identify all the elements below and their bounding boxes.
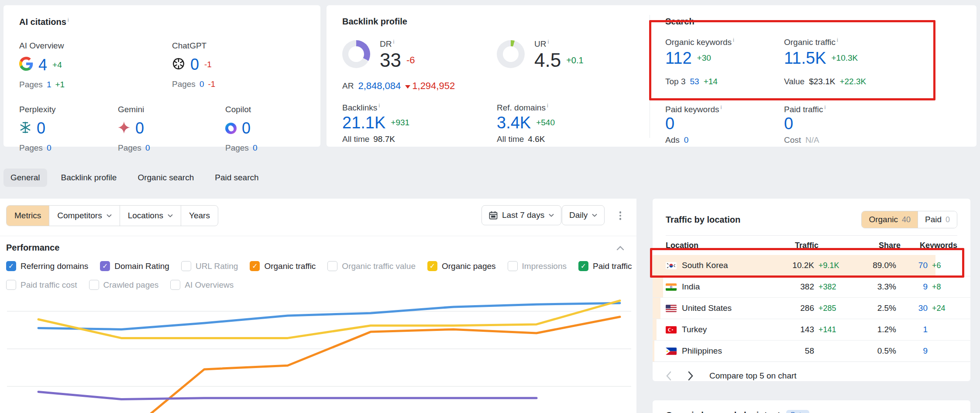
ur-gauge [497,40,525,70]
ar-row: AR 2,848,084 1,294,952 [342,80,455,92]
metric-checkbox-organic-traffic[interactable]: ✓Organic traffic [250,261,316,271]
chevron-up-icon[interactable] [616,243,624,253]
keywords-link[interactable]: 9 [896,346,928,356]
compare-top5-link[interactable]: Compare top 5 on chart [709,371,797,381]
info-icon[interactable]: i [378,102,380,109]
pages-value[interactable]: 0 [199,79,204,89]
locations-dropdown[interactable]: Locations [120,206,181,226]
copilot-icon [225,123,237,134]
date-range-dropdown[interactable]: Last 7 days [481,205,561,225]
info-icon[interactable]: i [393,38,394,45]
checkbox-checked-icon: ✓ [250,261,260,271]
ur-value: 4.5 +0.1 [534,51,584,70]
divider [0,236,636,236]
organic-traffic-label: Organic traffici [784,37,838,47]
gemini-value[interactable]: 0 [135,120,144,136]
metric-checkbox-impressions[interactable]: Impressions [508,261,567,271]
performance-line-chart[interactable] [0,288,636,413]
ai-item-copilot: Copilot 0 Pages 0 [225,105,257,153]
table-row-philippines[interactable]: Philippines 58 0.5% 9 [653,341,970,362]
filter-segmented-control: Metrics Competitors Locations Years [6,205,218,226]
checkbox-unchecked-icon [181,261,191,271]
keywords-link[interactable]: 1 [896,325,928,334]
paid-keywords-sub: Ads 0 [665,135,688,145]
paid-traffic-label: Paid traffici [784,104,825,114]
chevron-left-icon[interactable] [666,371,672,381]
keywords-link[interactable]: 30 [896,303,928,313]
metrics-button[interactable]: Metrics [7,206,49,226]
tab-general[interactable]: General [3,169,47,187]
info-icon[interactable]: i [837,37,838,43]
info-icon[interactable]: i [733,37,734,43]
pages-value[interactable]: 0 [47,143,52,153]
organic-traffic-sub: Value $23.1K +22.3K [784,77,866,86]
dr-label: DRi [380,38,394,49]
competitors-dropdown[interactable]: Competitors [49,206,119,226]
metric-checkbox-paid-traffic[interactable]: ✓Paid traffic [578,261,632,271]
checkbox-unchecked-icon [508,261,518,271]
checkbox-checked-icon: ✓ [6,261,16,271]
tab-organic-search[interactable]: Organic search [131,169,201,187]
pages-value[interactable]: 0 [253,143,258,153]
paid-traffic-value: 0 [784,115,793,132]
checkbox-unchecked-icon [327,261,337,271]
overview-panel: Metrics Competitors Locations Years Last… [0,199,636,413]
metric-checkbox-domain-rating[interactable]: ✓Domain Rating [100,261,169,271]
backlinks-number[interactable]: 21.1K [342,114,385,131]
table-row-united-states[interactable]: United States 286 +285 2.5% 30 +24 [653,298,970,319]
info-icon[interactable]: i [68,17,69,23]
info-icon[interactable]: i [721,104,722,110]
info-icon[interactable]: i [547,38,549,45]
metric-checkbox-url-rating[interactable]: URL Rating [181,261,238,271]
tab-paid-search[interactable]: Paid search [208,169,265,187]
organic-traffic-number[interactable]: 11.5K [784,50,826,66]
table-row-india[interactable]: India 382 +382 3.3% 9 +8 [653,276,970,298]
organic-paid-toggle: Organic 40 Paid 0 [861,211,957,228]
chevron-right-icon[interactable] [688,371,694,381]
perplexity-value[interactable]: 0 [37,120,45,136]
keywords-link[interactable]: 9 [896,282,928,292]
ar-value[interactable]: 2,848,084 [358,80,401,92]
keywords-link[interactable]: 70 [896,261,928,270]
calendar-icon [489,211,498,220]
gemini-icon [118,121,130,136]
toggle-paid[interactable]: Paid 0 [918,211,957,228]
toggle-organic[interactable]: Organic 40 [862,211,918,228]
pages-value[interactable]: 1 [47,80,52,89]
google-icon [19,57,33,73]
ref-domains-number[interactable]: 3.4K [497,114,531,131]
paid-traffic-number[interactable]: 0 [784,114,793,133]
paid-keywords-number[interactable]: 0 [665,114,674,133]
top3-value[interactable]: 53 [690,77,699,86]
performance-title: Performance [6,243,59,253]
info-icon[interactable]: i [547,102,548,109]
years-button[interactable]: Years [181,206,218,226]
backlink-profile-title: Backlink profile [342,17,407,27]
granularity-dropdown[interactable]: Daily [562,205,605,225]
pages-value[interactable]: 0 [145,143,150,153]
ai-item-ai-overview: AI Overview 4 +4 Pages 1 +1 [19,41,172,89]
backlinks-label: Backlinksi [342,102,380,113]
traffic-by-location-card: Traffic by location Organic 40 Paid 0 Lo… [653,199,970,381]
ai-overview-value[interactable]: 4 [38,57,47,73]
flag-united-states-icon [666,305,677,312]
metric-checkbox-organic-pages[interactable]: ✓Organic pages [427,261,496,271]
organic-keywords-label: Organic keywordsi [665,37,734,47]
tab-backlink-profile[interactable]: Backlink profile [54,169,124,187]
keywords-by-intent-card: Organic keywords by intent Beta [653,400,970,413]
chevron-down-icon [592,213,597,217]
section-tabs: General Backlink profile Organic search … [3,169,266,187]
traffic-by-location-title: Traffic by location [666,215,740,225]
table-row-south-korea[interactable]: South Korea 10.2K +9.1K 89.0% 70 +6 [653,255,970,276]
organic-keywords-number[interactable]: 112 [665,50,692,66]
metric-checkbox-referring-domains[interactable]: ✓Referring domains [6,261,88,271]
metric-checkbox-organic-traffic-value[interactable]: Organic traffic value [327,261,416,271]
table-row-turkey[interactable]: Turkey 143 +141 1.2% 1 [653,319,970,341]
info-icon[interactable]: i [824,104,825,110]
copilot-value[interactable]: 0 [242,120,251,136]
kebab-menu-icon[interactable] [615,210,626,221]
ai-citations-card: AI citationsi AI Overview 4 +4 Pages 1 +… [3,5,320,147]
chatgpt-value[interactable]: 0 [190,57,199,72]
backlinks-value: 21.1K +931 [342,114,409,131]
ai-citations-title: AI citationsi [19,17,69,27]
